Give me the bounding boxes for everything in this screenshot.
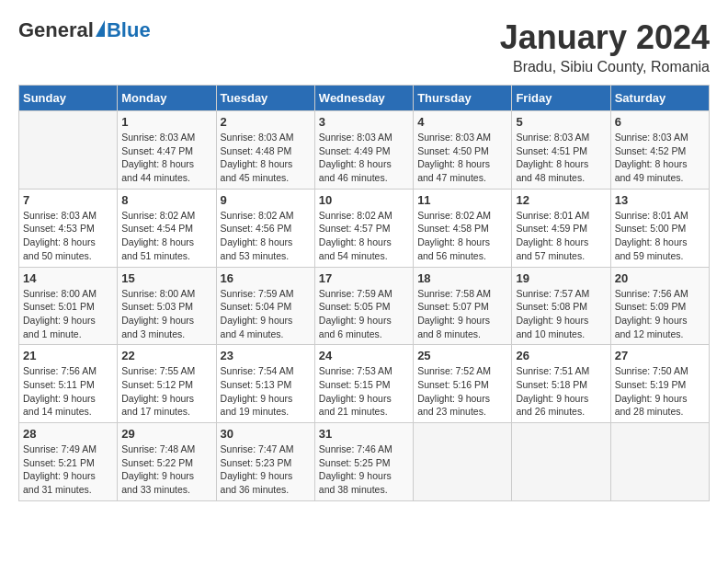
day-info: Sunrise: 7:59 AMSunset: 5:05 PMDaylight:… bbox=[319, 287, 409, 341]
day-number: 26 bbox=[516, 349, 606, 362]
day-info: Sunrise: 7:49 AMSunset: 5:21 PMDaylight:… bbox=[23, 442, 113, 497]
calendar-cell: 17Sunrise: 7:59 AMSunset: 5:05 PMDayligh… bbox=[314, 267, 413, 345]
weekday-header-saturday: Saturday bbox=[610, 86, 709, 111]
calendar-cell bbox=[19, 111, 118, 190]
day-number: 28 bbox=[23, 427, 113, 441]
day-info: Sunrise: 8:03 AMSunset: 4:50 PMDaylight:… bbox=[417, 131, 507, 185]
day-number: 7 bbox=[23, 193, 113, 207]
calendar-week-row: 21Sunrise: 7:56 AMSunset: 5:11 PMDayligh… bbox=[19, 345, 710, 423]
calendar-cell: 18Sunrise: 7:58 AMSunset: 5:07 PMDayligh… bbox=[414, 267, 512, 345]
day-number: 3 bbox=[319, 115, 409, 129]
calendar-week-row: 7Sunrise: 8:03 AMSunset: 4:53 PMDaylight… bbox=[19, 189, 710, 267]
day-info: Sunrise: 8:02 AMSunset: 4:54 PMDaylight:… bbox=[121, 209, 211, 263]
calendar-week-row: 1Sunrise: 8:03 AMSunset: 4:47 PMDaylight… bbox=[19, 111, 710, 190]
day-info: Sunrise: 7:55 AMSunset: 5:12 PMDaylight:… bbox=[121, 364, 211, 419]
logo-general-text: General bbox=[18, 18, 94, 42]
weekday-header-tuesday: Tuesday bbox=[216, 86, 314, 111]
calendar-cell: 8Sunrise: 8:02 AMSunset: 4:54 PMDaylight… bbox=[118, 189, 216, 267]
day-info: Sunrise: 8:03 AMSunset: 4:53 PMDaylight:… bbox=[23, 209, 113, 263]
logo: General Blue bbox=[18, 18, 151, 42]
day-number: 30 bbox=[221, 427, 311, 441]
day-info: Sunrise: 7:57 AMSunset: 5:08 PMDaylight:… bbox=[516, 287, 606, 341]
weekday-header-wednesday: Wednesday bbox=[314, 86, 413, 111]
day-info: Sunrise: 7:51 AMSunset: 5:18 PMDaylight:… bbox=[516, 364, 606, 419]
day-number: 9 bbox=[221, 193, 311, 207]
day-info: Sunrise: 8:00 AMSunset: 5:03 PMDaylight:… bbox=[121, 287, 211, 341]
day-info: Sunrise: 8:02 AMSunset: 4:57 PMDaylight:… bbox=[319, 209, 409, 263]
day-number: 23 bbox=[221, 349, 311, 362]
day-number: 1 bbox=[121, 115, 211, 129]
day-info: Sunrise: 8:02 AMSunset: 4:56 PMDaylight:… bbox=[221, 209, 311, 263]
calendar-cell: 22Sunrise: 7:55 AMSunset: 5:12 PMDayligh… bbox=[118, 345, 216, 423]
day-number: 8 bbox=[121, 193, 211, 207]
day-number: 12 bbox=[516, 193, 606, 207]
calendar-cell: 12Sunrise: 8:01 AMSunset: 4:59 PMDayligh… bbox=[512, 189, 610, 267]
day-number: 27 bbox=[615, 349, 705, 362]
day-number: 22 bbox=[121, 349, 211, 362]
calendar-cell: 15Sunrise: 8:00 AMSunset: 5:03 PMDayligh… bbox=[118, 267, 216, 345]
day-number: 5 bbox=[516, 115, 606, 129]
calendar-cell: 7Sunrise: 8:03 AMSunset: 4:53 PMDaylight… bbox=[19, 189, 118, 267]
title-block: January 2024 Bradu, Sibiu County, Romani… bbox=[500, 18, 710, 75]
day-info: Sunrise: 7:56 AMSunset: 5:09 PMDaylight:… bbox=[615, 287, 705, 341]
calendar-cell: 20Sunrise: 7:56 AMSunset: 5:09 PMDayligh… bbox=[610, 267, 709, 345]
day-info: Sunrise: 7:59 AMSunset: 5:04 PMDaylight:… bbox=[221, 287, 311, 341]
calendar-cell: 1Sunrise: 8:03 AMSunset: 4:47 PMDaylight… bbox=[118, 111, 216, 190]
calendar-cell: 9Sunrise: 8:02 AMSunset: 4:56 PMDaylight… bbox=[216, 189, 314, 267]
calendar-cell: 24Sunrise: 7:53 AMSunset: 5:15 PMDayligh… bbox=[314, 345, 413, 423]
calendar-cell: 3Sunrise: 8:03 AMSunset: 4:49 PMDaylight… bbox=[314, 111, 413, 190]
calendar-week-row: 28Sunrise: 7:49 AMSunset: 5:21 PMDayligh… bbox=[19, 423, 710, 501]
day-info: Sunrise: 8:03 AMSunset: 4:49 PMDaylight:… bbox=[319, 131, 409, 185]
day-info: Sunrise: 8:01 AMSunset: 5:00 PMDaylight:… bbox=[615, 209, 705, 263]
calendar-cell: 14Sunrise: 8:00 AMSunset: 5:01 PMDayligh… bbox=[19, 267, 118, 345]
calendar-table: SundayMondayTuesdayWednesdayThursdayFrid… bbox=[18, 85, 710, 501]
day-info: Sunrise: 8:03 AMSunset: 4:52 PMDaylight:… bbox=[615, 131, 705, 185]
day-number: 20 bbox=[615, 271, 705, 285]
calendar-cell: 10Sunrise: 8:02 AMSunset: 4:57 PMDayligh… bbox=[314, 189, 413, 267]
day-number: 11 bbox=[417, 193, 507, 207]
day-number: 2 bbox=[221, 115, 311, 129]
day-number: 29 bbox=[121, 427, 211, 441]
page-header: General Blue January 2024 Bradu, Sibiu C… bbox=[18, 18, 710, 75]
day-number: 14 bbox=[23, 271, 113, 285]
calendar-cell: 19Sunrise: 7:57 AMSunset: 5:08 PMDayligh… bbox=[512, 267, 610, 345]
day-number: 4 bbox=[417, 115, 507, 129]
day-number: 25 bbox=[417, 349, 507, 362]
day-number: 13 bbox=[615, 193, 705, 207]
calendar-cell: 25Sunrise: 7:52 AMSunset: 5:16 PMDayligh… bbox=[414, 345, 512, 423]
weekday-header-sunday: Sunday bbox=[19, 86, 118, 111]
day-info: Sunrise: 7:46 AMSunset: 5:25 PMDaylight:… bbox=[319, 442, 409, 497]
day-info: Sunrise: 7:56 AMSunset: 5:11 PMDaylight:… bbox=[23, 364, 113, 419]
day-number: 18 bbox=[417, 271, 507, 285]
month-title: January 2024 bbox=[500, 18, 710, 57]
day-info: Sunrise: 8:03 AMSunset: 4:47 PMDaylight:… bbox=[121, 131, 211, 185]
day-number: 21 bbox=[23, 349, 113, 362]
calendar-week-row: 14Sunrise: 8:00 AMSunset: 5:01 PMDayligh… bbox=[19, 267, 710, 345]
calendar-cell: 30Sunrise: 7:47 AMSunset: 5:23 PMDayligh… bbox=[216, 423, 314, 501]
day-info: Sunrise: 8:03 AMSunset: 4:48 PMDaylight:… bbox=[221, 131, 311, 185]
day-info: Sunrise: 8:01 AMSunset: 4:59 PMDaylight:… bbox=[516, 209, 606, 263]
calendar-cell: 28Sunrise: 7:49 AMSunset: 5:21 PMDayligh… bbox=[19, 423, 118, 501]
day-info: Sunrise: 7:52 AMSunset: 5:16 PMDaylight:… bbox=[417, 364, 507, 419]
day-info: Sunrise: 7:53 AMSunset: 5:15 PMDaylight:… bbox=[319, 364, 409, 419]
day-info: Sunrise: 8:03 AMSunset: 4:51 PMDaylight:… bbox=[516, 131, 606, 185]
day-info: Sunrise: 8:00 AMSunset: 5:01 PMDaylight:… bbox=[23, 287, 113, 341]
weekday-header-thursday: Thursday bbox=[414, 86, 512, 111]
calendar-cell: 6Sunrise: 8:03 AMSunset: 4:52 PMDaylight… bbox=[610, 111, 709, 190]
calendar-cell bbox=[414, 423, 512, 501]
day-info: Sunrise: 7:47 AMSunset: 5:23 PMDaylight:… bbox=[221, 442, 311, 497]
day-number: 31 bbox=[319, 427, 409, 441]
calendar-cell: 5Sunrise: 8:03 AMSunset: 4:51 PMDaylight… bbox=[512, 111, 610, 190]
calendar-cell: 23Sunrise: 7:54 AMSunset: 5:13 PMDayligh… bbox=[216, 345, 314, 423]
calendar-cell: 31Sunrise: 7:46 AMSunset: 5:25 PMDayligh… bbox=[314, 423, 413, 501]
calendar-cell: 21Sunrise: 7:56 AMSunset: 5:11 PMDayligh… bbox=[19, 345, 118, 423]
day-number: 15 bbox=[121, 271, 211, 285]
day-number: 6 bbox=[615, 115, 705, 129]
day-info: Sunrise: 7:50 AMSunset: 5:19 PMDaylight:… bbox=[615, 364, 705, 419]
weekday-header-row: SundayMondayTuesdayWednesdayThursdayFrid… bbox=[19, 86, 710, 111]
day-info: Sunrise: 7:54 AMSunset: 5:13 PMDaylight:… bbox=[221, 364, 311, 419]
calendar-cell: 11Sunrise: 8:02 AMSunset: 4:58 PMDayligh… bbox=[414, 189, 512, 267]
calendar-cell bbox=[512, 423, 610, 501]
weekday-header-friday: Friday bbox=[512, 86, 610, 111]
day-number: 24 bbox=[319, 349, 409, 362]
